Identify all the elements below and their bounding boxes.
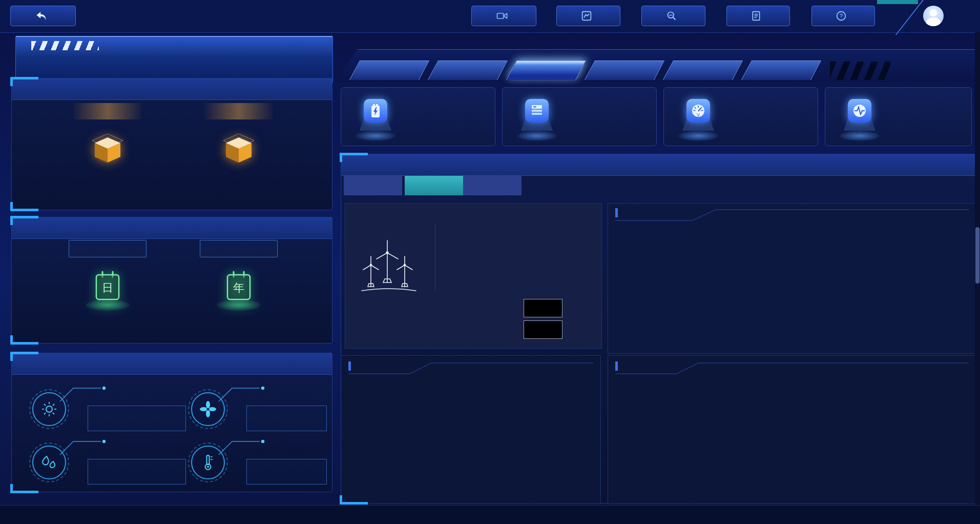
inverter-info-panel — [345, 203, 602, 349]
income-panel-header — [12, 78, 332, 100]
wind-turbines-icon — [356, 233, 422, 300]
user-avatar[interactable] — [923, 6, 944, 26]
daily-generation-block: 日 — [44, 240, 172, 307]
section-decoration-line — [615, 207, 969, 222]
power-chart-plot — [655, 239, 918, 342]
temperature-item — [186, 436, 340, 488]
daily-calendar-icon: 日 — [91, 269, 124, 307]
stat-card-realtime-voltage: V — [663, 87, 818, 146]
section-decoration-line — [615, 360, 969, 375]
svg-text:V: V — [697, 112, 700, 117]
stat-card-realtime-power — [825, 87, 972, 146]
tab-wind-total-curve[interactable] — [344, 176, 402, 195]
video-monitor-button[interactable] — [471, 6, 536, 26]
video-icon — [496, 11, 508, 21]
tab-wind-system[interactable] — [511, 61, 581, 80]
connector-line — [218, 384, 271, 404]
report-query-button[interactable] — [641, 6, 705, 26]
stat-card-device-count — [502, 87, 657, 146]
inverter-status-badge — [524, 299, 562, 317]
generation-panel-header — [12, 217, 332, 239]
history-curve-icon — [581, 11, 592, 21]
svg-text:年: 年 — [233, 281, 244, 294]
wind-speed-value-box — [246, 406, 327, 431]
dc-side-panel — [341, 355, 601, 504]
report-search-icon — [666, 11, 677, 21]
total-generation-block: 年 — [175, 240, 303, 307]
topbar: ? — [0, 0, 980, 33]
tabband-hatch-decoration — [830, 62, 890, 80]
wind-direction-value-box — [88, 406, 186, 431]
brand-hatch-decoration — [31, 41, 99, 50]
history-curve-button[interactable] — [556, 6, 620, 26]
back-arrow-icon — [35, 10, 47, 22]
tab-diesel-system[interactable] — [668, 61, 738, 80]
scrollbar-thumb[interactable] — [975, 227, 979, 284]
total-income-label — [204, 103, 273, 119]
svg-text:?: ? — [840, 13, 843, 19]
topbar-diagonal-divider — [895, 0, 925, 35]
stat-card-installed-capacity — [341, 87, 495, 146]
bottom-strip — [0, 505, 980, 524]
humidity-item — [27, 436, 181, 488]
chart-x-axis — [655, 344, 918, 353]
brand-panel — [15, 36, 333, 83]
page-scrollbar — [975, 32, 980, 505]
generation-panel: 日 年 — [11, 217, 332, 344]
tab-wind-inverter-north[interactable] — [463, 176, 522, 195]
gold-cube-icon — [44, 134, 172, 168]
total-generation-label — [200, 240, 278, 257]
topbar-teal-strip — [877, 0, 918, 4]
power-curve-panel — [608, 203, 976, 354]
wind-power-dashboard: ? — [0, 0, 980, 524]
connector-line — [59, 384, 112, 404]
tab-pv-system[interactable] — [433, 61, 503, 80]
tab-load-system[interactable] — [746, 61, 816, 80]
section-decoration-line — [348, 360, 593, 375]
voltmeter-icon: V — [686, 99, 710, 123]
tab-storage-system[interactable] — [355, 61, 424, 80]
avatar-person-icon — [930, 9, 937, 16]
inverter-panel — [341, 154, 976, 503]
humidity-value-box — [88, 459, 186, 485]
gold-cube-icon — [175, 134, 303, 168]
ac-side-panel — [608, 355, 976, 504]
help-icon: ? — [836, 11, 846, 21]
yearly-calendar-icon: 年 — [222, 269, 255, 307]
temperature-value-box — [246, 459, 327, 485]
wind-direction-item — [27, 383, 181, 434]
weather-panel — [11, 353, 332, 492]
daily-income-label — [73, 103, 142, 119]
chart-y-axis — [615, 239, 652, 342]
power-curve-svg — [655, 239, 918, 342]
income-panel — [11, 78, 332, 210]
svg-text:日: 日 — [102, 281, 113, 294]
event-log-icon — [752, 11, 761, 21]
help-docs-button[interactable]: ? — [811, 6, 875, 26]
event-log-button[interactable] — [726, 6, 790, 26]
work-status-badge — [524, 320, 562, 339]
weather-panel-header — [12, 353, 332, 375]
connector-line — [218, 437, 271, 457]
daily-generation-label — [69, 240, 147, 257]
total-income-block — [175, 103, 303, 168]
back-home-button[interactable] — [10, 6, 76, 26]
device-icon — [525, 99, 549, 123]
battery-icon — [364, 99, 387, 123]
wind-speed-item — [186, 383, 340, 434]
daily-income-block — [44, 103, 172, 168]
vertical-divider — [435, 224, 435, 291]
alert-summary — [892, 42, 974, 49]
inverter-panel-header — [341, 154, 975, 176]
tab-charging-pile[interactable] — [590, 61, 659, 80]
power-wave-icon — [848, 99, 871, 123]
connector-line — [59, 437, 112, 457]
tab-wind-inverter-south[interactable] — [405, 176, 463, 195]
